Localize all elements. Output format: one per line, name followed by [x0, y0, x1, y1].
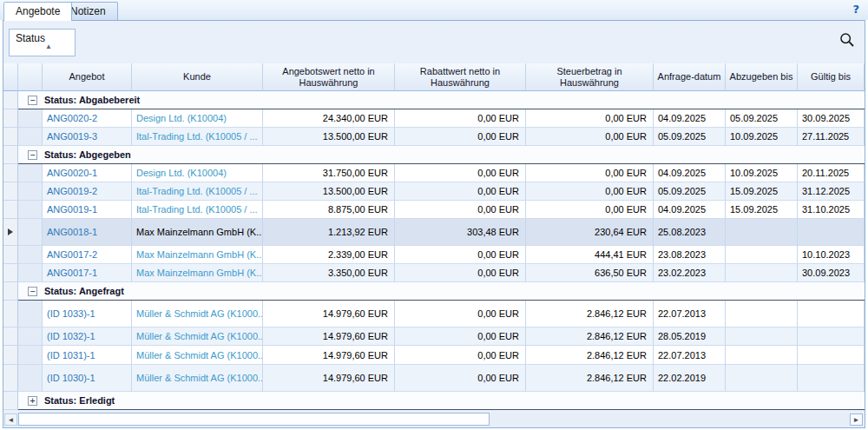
- table-row[interactable]: ANG0019-3Ital-Trading Ltd. (K10005 / ...…: [3, 128, 865, 146]
- cell-angebotswert: 13.500,00 EUR: [263, 182, 395, 201]
- group-row[interactable]: −Status: Angefragt: [3, 282, 865, 301]
- cell-anfragedatum: 05.09.2025: [654, 182, 726, 201]
- cell-kunde[interactable]: Müller & Schmidt AG (K1000...: [132, 327, 263, 346]
- cell-gueltig: 10.10.2023: [798, 246, 865, 264]
- table-row[interactable]: ANG0020-1Design Ltd. (K10004)31.750,00 E…: [3, 164, 865, 182]
- cell-angebot[interactable]: ANG0017-1: [43, 264, 132, 282]
- collapse-icon[interactable]: −: [28, 96, 37, 105]
- cell-steuerbetrag: 2.846,12 EUR: [526, 327, 654, 346]
- table-row[interactable]: (ID 1031)-1Müller & Schmidt AG (K1000...…: [3, 346, 865, 365]
- cell-angebot[interactable]: ANG0019-1: [43, 201, 132, 219]
- cell-angebot[interactable]: ANG0017-2: [43, 246, 132, 264]
- cell-abzugeben: 10.09.2025: [726, 128, 798, 146]
- group-indent-cell: [18, 164, 43, 182]
- cell-angebot[interactable]: ANG0018-1: [43, 219, 132, 246]
- cell-anfragedatum: 22.07.2013: [654, 346, 726, 365]
- cell-kunde[interactable]: Ital-Trading Ltd. (K10005 / ...: [132, 182, 263, 201]
- cell-rabattwert: 0,00 EUR: [395, 301, 526, 327]
- help-icon[interactable]: ?: [852, 3, 859, 16]
- column-header-kunde[interactable]: Kunde: [132, 63, 263, 91]
- cell-angebot[interactable]: (ID 1031)-1: [43, 346, 132, 365]
- scroll-right-icon[interactable]: ►: [850, 413, 863, 426]
- cell-steuerbetrag: 444,41 EUR: [526, 246, 654, 264]
- cell-rabattwert: 0,00 EUR: [395, 327, 526, 346]
- cell-kunde[interactable]: Design Ltd. (K10004): [132, 109, 263, 128]
- scroll-left-icon[interactable]: ◄: [4, 413, 17, 426]
- column-header-anfragedatum[interactable]: Anfrage-datum: [654, 63, 726, 91]
- collapse-icon[interactable]: −: [28, 287, 37, 296]
- cell-anfragedatum: 04.09.2025: [654, 201, 726, 219]
- group-row[interactable]: +Status: Erledigt: [3, 392, 865, 410]
- cell-gueltig: [798, 219, 865, 246]
- cell-kunde[interactable]: Müller & Schmidt AG (K1000...: [132, 365, 263, 392]
- table-row[interactable]: (ID 1032)-1Müller & Schmidt AG (K1000...…: [3, 327, 865, 346]
- table-row[interactable]: ANG0017-2Max Mainzelmann GmbH (K...2.339…: [3, 246, 865, 264]
- row-indicator-cell: [3, 201, 18, 219]
- cell-angebot[interactable]: ANG0019-2: [43, 182, 132, 201]
- tab-angebote[interactable]: Angebote: [3, 2, 72, 21]
- expand-icon[interactable]: +: [28, 396, 37, 406]
- angebote-grid: Angebot Kunde Angebotswert netto in Haus…: [3, 63, 865, 410]
- row-indicator-cell: [3, 264, 18, 282]
- cell-steuerbetrag: 0,00 EUR: [526, 164, 654, 182]
- scrollbar-thumb[interactable]: [18, 413, 490, 426]
- cell-anfragedatum: 25.08.2023: [654, 219, 726, 246]
- group-indent-cell: [18, 109, 43, 128]
- column-header-abzugeben[interactable]: Abzugeben bis: [726, 63, 798, 91]
- column-header-angebotswert[interactable]: Angebotswert netto in Hauswährung: [263, 63, 395, 91]
- column-header-gueltig[interactable]: Gültig bis: [798, 63, 865, 91]
- row-indicator-cell: [3, 282, 18, 301]
- cell-gueltig: [798, 301, 865, 327]
- grid-rows: −Status: AbgabebereitANG0020-2Design Ltd…: [3, 91, 865, 410]
- group-indent-cell: [18, 365, 43, 392]
- row-indicator-cell: [3, 91, 18, 109]
- group-indent-cell: [18, 346, 43, 365]
- cell-gueltig: 31.10.2025: [798, 201, 865, 219]
- cell-angebot[interactable]: ANG0019-3: [43, 128, 132, 146]
- row-indicator-cell: [3, 327, 18, 346]
- row-indicator-cell: [3, 146, 18, 164]
- cell-angebot[interactable]: (ID 1030)-1: [43, 365, 132, 392]
- cell-abzugeben: [726, 219, 798, 246]
- group-by-status-button[interactable]: Status ▲: [9, 29, 76, 56]
- table-row[interactable]: ANG0017-1Max Mainzelmann GmbH (K...3.350…: [3, 264, 865, 282]
- cell-kunde[interactable]: Max Mainzelmann GmbH (K...: [132, 264, 263, 282]
- column-header-steuerbetrag[interactable]: Steuerbetrag in Hauswährung: [526, 63, 654, 91]
- group-label: Status: Abgabebereit: [44, 95, 140, 105]
- group-indent-cell: [18, 301, 43, 327]
- cell-kunde[interactable]: Müller & Schmidt AG (K1000...: [132, 301, 263, 327]
- table-row[interactable]: ANG0018-1Max Mainzelmann GmbH (K...1.213…: [3, 219, 865, 246]
- table-row[interactable]: (ID 1033)-1Müller & Schmidt AG (K1000...…: [3, 301, 865, 327]
- cell-kunde[interactable]: Müller & Schmidt AG (K1000...: [132, 346, 263, 365]
- row-indicator-cell: [3, 392, 18, 410]
- cell-rabattwert: 0,00 EUR: [395, 201, 526, 219]
- horizontal-scrollbar[interactable]: ◄ ►: [4, 413, 864, 427]
- cell-angebot[interactable]: (ID 1032)-1: [43, 327, 132, 346]
- row-indicator-cell: [3, 301, 18, 327]
- column-header-angebot[interactable]: Angebot: [43, 63, 132, 91]
- cell-angebot[interactable]: ANG0020-2: [43, 109, 132, 128]
- cell-rabattwert: 0,00 EUR: [395, 164, 526, 182]
- cell-kunde[interactable]: Ital-Trading Ltd. (K10005 / ...: [132, 128, 263, 146]
- cell-angebot[interactable]: ANG0020-1: [43, 164, 132, 182]
- cell-angebotswert: 13.500,00 EUR: [263, 128, 395, 146]
- collapse-icon[interactable]: −: [28, 150, 37, 160]
- cell-gueltig: [798, 327, 865, 346]
- table-row[interactable]: ANG0020-2Design Ltd. (K10004)24.340,00 E…: [3, 109, 865, 128]
- cell-steuerbetrag: 230,64 EUR: [526, 219, 654, 246]
- cell-kunde[interactable]: Design Ltd. (K10004): [132, 164, 263, 182]
- cell-kunde[interactable]: Ital-Trading Ltd. (K10005 / ...: [132, 201, 263, 219]
- cell-kunde[interactable]: Max Mainzelmann GmbH (K...: [132, 246, 263, 264]
- table-row[interactable]: (ID 1030)-1Müller & Schmidt AG (K1000...…: [3, 365, 865, 392]
- cell-angebotswert: 14.979,60 EUR: [263, 346, 395, 365]
- table-row[interactable]: ANG0019-2Ital-Trading Ltd. (K10005 / ...…: [3, 182, 865, 201]
- search-icon[interactable]: [839, 32, 855, 48]
- column-header-rabattwert[interactable]: Rabattwert netto in Hauswährung: [395, 63, 526, 91]
- table-row[interactable]: ANG0019-1Ital-Trading Ltd. (K10005 / ...…: [3, 201, 865, 219]
- cell-steuerbetrag: 2.846,12 EUR: [526, 365, 654, 392]
- cell-kunde[interactable]: Max Mainzelmann GmbH (K...: [132, 219, 263, 246]
- group-indent-cell: [18, 264, 43, 282]
- group-row[interactable]: −Status: Abgabebereit: [3, 91, 865, 109]
- group-row[interactable]: −Status: Abgegeben: [3, 146, 865, 164]
- cell-angebot[interactable]: (ID 1033)-1: [43, 301, 132, 327]
